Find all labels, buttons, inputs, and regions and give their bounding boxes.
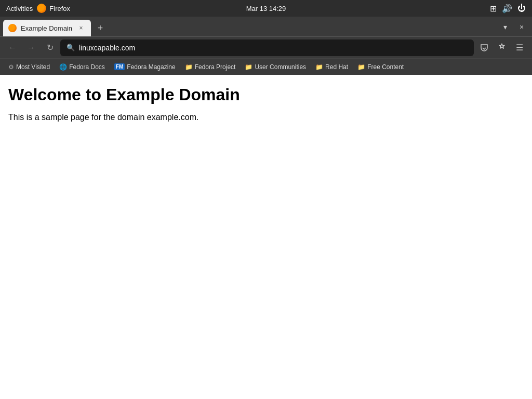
page-body-text: This is a sample page for the domain exa… xyxy=(8,113,524,122)
power-icon[interactable]: ⏻ xyxy=(517,4,526,13)
gear-icon: ⚙ xyxy=(8,63,14,71)
bookmarks-bar: ⚙ Most Visited 🌐 Fedora Docs FM Fedora M… xyxy=(0,58,532,75)
nav-bar: ← → ↻ 🔍 linuxcapable.com ☰ xyxy=(0,36,532,58)
menu-button[interactable]: ☰ xyxy=(511,39,528,56)
bookmark-fedora-magazine[interactable]: FM Fedora Magazine xyxy=(110,62,180,72)
system-bar-right: ⊞ 🔊 ⏻ xyxy=(490,4,526,14)
pocket-button[interactable] xyxy=(476,39,493,56)
network-icon[interactable]: ⊞ xyxy=(490,4,497,14)
folder-icon: 📁 xyxy=(357,63,365,71)
tab-close-window-button[interactable]: × xyxy=(514,20,529,34)
search-icon: 🔍 xyxy=(66,44,75,51)
bookmark-red-hat[interactable]: 📁 Red Hat xyxy=(311,62,352,72)
system-bar-datetime: Mar 13 14:29 xyxy=(246,5,286,12)
bookmark-label: Red Hat xyxy=(325,63,348,71)
bookmark-label: Most Visited xyxy=(16,63,50,71)
tab-close-button[interactable]: × xyxy=(76,23,86,33)
bookmark-label: Free Content xyxy=(367,63,404,71)
forward-button[interactable]: → xyxy=(23,39,39,56)
bookmark-free-content[interactable]: 📁 Free Content xyxy=(353,62,408,72)
firefox-icon xyxy=(37,4,46,13)
firefox-text: Firefox xyxy=(49,5,70,12)
tab-bar-right: ▾ × xyxy=(498,20,529,34)
volume-icon[interactable]: 🔊 xyxy=(502,4,512,14)
bookmark-user-communities[interactable]: 📁 User Communities xyxy=(241,62,310,72)
page-title: Welcome to Example Domain xyxy=(8,85,524,104)
system-bar: Activities Firefox Mar 13 14:29 ⊞ 🔊 ⏻ xyxy=(0,0,532,17)
tab-title: Example Domain xyxy=(21,24,72,32)
firefox-label: Firefox xyxy=(37,4,70,13)
bookmark-label: User Communities xyxy=(255,63,306,71)
system-bar-left: Activities Firefox xyxy=(6,4,70,13)
bookmark-label: Fedora Project xyxy=(195,63,236,71)
fm-icon: FM xyxy=(114,63,125,70)
page-content: Welcome to Example Domain This is a samp… xyxy=(0,75,532,399)
url-text: linuxcapable.com xyxy=(79,44,135,52)
nav-right-buttons: ☰ xyxy=(476,39,528,56)
tab-favicon xyxy=(8,24,17,32)
globe-icon: 🌐 xyxy=(59,63,67,71)
bookmark-most-visited[interactable]: ⚙ Most Visited xyxy=(4,62,54,72)
bookmark-fedora-project[interactable]: 📁 Fedora Project xyxy=(181,62,240,72)
tab-bar: Example Domain × + ▾ × xyxy=(0,17,532,36)
activities-button[interactable]: Activities xyxy=(6,5,33,12)
active-tab[interactable]: Example Domain × xyxy=(3,20,91,36)
folder-icon: 📁 xyxy=(185,63,193,71)
folder-icon: 📁 xyxy=(245,63,252,71)
back-button[interactable]: ← xyxy=(4,39,21,56)
bookmark-fedora-docs[interactable]: 🌐 Fedora Docs xyxy=(55,62,109,72)
reload-button[interactable]: ↻ xyxy=(42,39,58,56)
bookmark-label: Fedora Docs xyxy=(69,63,105,71)
extensions-button[interactable] xyxy=(494,39,510,56)
tab-dropdown-button[interactable]: ▾ xyxy=(498,20,512,34)
folder-icon: 📁 xyxy=(315,63,323,71)
new-tab-button[interactable]: + xyxy=(93,21,108,35)
bookmark-label: Fedora Magazine xyxy=(127,63,175,71)
address-bar[interactable]: 🔍 linuxcapable.com xyxy=(60,39,474,56)
